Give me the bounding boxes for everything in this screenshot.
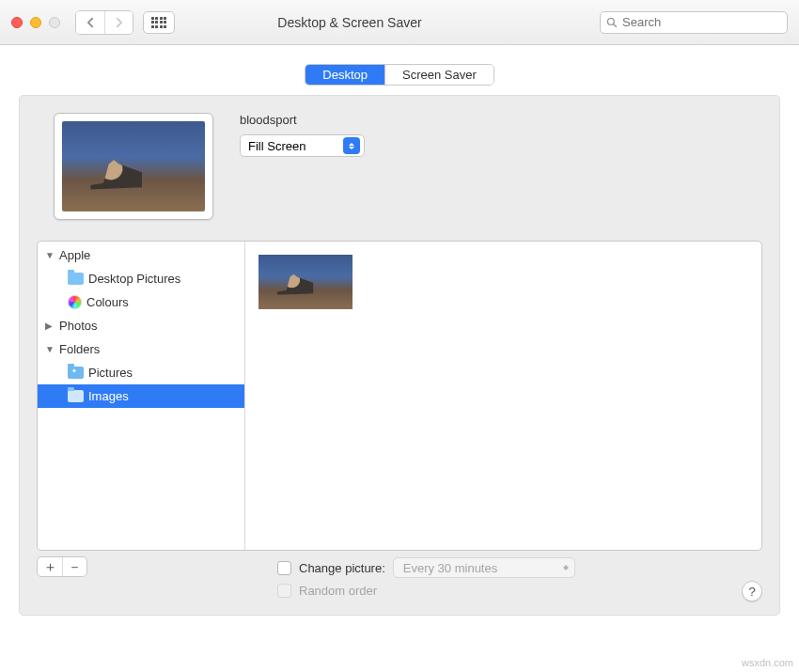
sidebar-item-colours[interactable]: Colours	[38, 290, 244, 314]
wallpaper-preview	[54, 113, 213, 220]
window-title: Desktop & Screen Saver	[109, 15, 590, 30]
disclosure-down-icon: ▼	[45, 344, 55, 354]
preview-row: bloodsport Fill Screen	[54, 113, 762, 220]
tabs-row: Desktop Screen Saver	[0, 45, 799, 95]
search-icon	[606, 17, 618, 28]
wallpaper-thumbnail[interactable]	[258, 255, 352, 309]
tab-desktop[interactable]: Desktop	[306, 65, 384, 85]
search-input[interactable]	[622, 15, 781, 29]
titlebar: Desktop & Screen Saver	[0, 0, 799, 45]
sidebar-label: Colours	[86, 295, 129, 309]
source-sidebar: ▼ Apple Desktop Pictures Colours ▶ Photo…	[38, 242, 245, 550]
close-window-button[interactable]	[11, 17, 23, 28]
select-arrows-icon	[343, 137, 360, 154]
minimize-window-button[interactable]	[30, 17, 41, 28]
wallpaper-preview-image	[62, 121, 205, 211]
colour-wheel-icon	[68, 295, 82, 309]
sidebar-label: Images	[88, 389, 129, 403]
zoom-window-button[interactable]	[49, 17, 60, 28]
random-order-label: Random order	[299, 584, 377, 598]
disclosure-right-icon: ▶	[45, 320, 55, 331]
sidebar-group-photos[interactable]: ▶ Photos	[38, 314, 244, 337]
sidebar-item-desktop-pictures[interactable]: Desktop Pictures	[38, 267, 244, 290]
change-interval-select[interactable]: Every 30 minutes	[393, 557, 575, 578]
search-box[interactable]	[600, 11, 788, 34]
change-picture-row: Change picture: Every 30 minutes	[277, 556, 575, 579]
tab-screen-saver[interactable]: Screen Saver	[384, 65, 494, 85]
chevron-left-icon	[86, 17, 95, 28]
change-options: Change picture: Every 30 minutes Random …	[277, 556, 575, 602]
wallpaper-name: bloodsport	[240, 113, 762, 127]
preview-controls: bloodsport Fill Screen	[240, 113, 762, 157]
fit-mode-value: Fill Screen	[248, 139, 306, 153]
sidebar-label: Desktop Pictures	[88, 272, 180, 286]
random-order-row: Random order	[277, 579, 575, 602]
svg-line-1	[614, 23, 617, 26]
pictures-folder-icon	[68, 367, 84, 379]
change-picture-checkbox[interactable]	[277, 561, 291, 575]
sidebar-label: Folders	[59, 342, 100, 356]
main-panel: bloodsport Fill Screen ▼ Apple Desktop P…	[19, 95, 780, 616]
help-button[interactable]: ?	[742, 581, 762, 602]
folder-icon	[68, 390, 84, 402]
sidebar-item-pictures[interactable]: Pictures	[38, 361, 244, 384]
remove-folder-button[interactable]: －	[62, 557, 86, 576]
change-picture-label: Change picture:	[299, 561, 385, 575]
sidebar-label: Pictures	[88, 366, 133, 380]
folder-icon	[68, 273, 84, 285]
random-order-checkbox	[277, 584, 291, 598]
select-arrows-icon	[563, 562, 569, 573]
interval-value: Every 30 minutes	[403, 561, 497, 575]
add-remove-group: ＋ －	[37, 556, 87, 577]
disclosure-down-icon: ▼	[45, 250, 55, 260]
sidebar-item-images[interactable]: Images	[38, 384, 244, 408]
sidebar-group-apple[interactable]: ▼ Apple	[38, 243, 244, 267]
bottom-row: ＋ － Change picture: Every 30 minutes Ran…	[37, 556, 762, 602]
add-folder-button[interactable]: ＋	[38, 557, 62, 576]
sources-split: ▼ Apple Desktop Pictures Colours ▶ Photo…	[37, 241, 762, 551]
watermark: wsxdn.com	[742, 657, 793, 668]
thumbnails-area	[245, 242, 761, 550]
sidebar-label: Apple	[59, 248, 90, 262]
back-button[interactable]	[76, 11, 104, 34]
traffic-lights	[11, 17, 60, 28]
sidebar-label: Photos	[59, 319, 97, 333]
sidebar-group-folders[interactable]: ▼ Folders	[38, 337, 244, 361]
segmented-control: Desktop Screen Saver	[305, 64, 494, 86]
fit-mode-select[interactable]: Fill Screen	[240, 134, 365, 157]
